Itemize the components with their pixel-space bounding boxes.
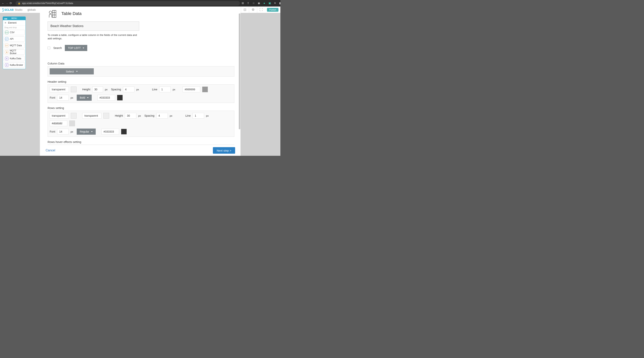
rows-line-input[interactable] <box>192 113 204 119</box>
px-unit: px <box>206 114 209 117</box>
sidebar-element-item[interactable]: ⚛ Element <box>3 20 26 26</box>
spacing-label: Spacing <box>111 88 121 91</box>
column-data-panel: Select <box>48 66 234 77</box>
rows-font-color-input[interactable] <box>102 129 119 135</box>
grammarly-ext-icon[interactable]: ● <box>262 2 266 5</box>
extensions-puzzle-icon[interactable]: ✦ <box>273 2 277 5</box>
header-setting-panel: Height px Spacing px Line px Font px Bo <box>48 84 234 103</box>
search-checkbox[interactable] <box>48 47 50 49</box>
modal-scrollbar[interactable] <box>238 14 240 145</box>
publish-button[interactable]: Publish <box>267 8 278 12</box>
header-bg-input[interactable] <box>50 87 69 92</box>
rows-bg1-swatch[interactable] <box>71 113 76 119</box>
px-unit: px <box>136 88 139 91</box>
rows-weight-value: Regular <box>80 130 89 133</box>
rows-setting-label: Rows setting <box>48 106 234 110</box>
translate-icon[interactable]: ⊞ <box>241 2 244 5</box>
breadcrumb[interactable]: globalc <box>28 8 36 11</box>
rows-setting-panel: Height px Spacing px Line px Font px Re <box>48 111 234 137</box>
bookmark-star-icon[interactable]: ☆ <box>252 2 255 5</box>
line-label: Line <box>152 88 157 91</box>
header-height-input[interactable] <box>92 87 103 92</box>
table-name-value: Beach Weather Stations <box>50 24 84 28</box>
fullscreen-icon[interactable]: ⛶ <box>257 7 265 13</box>
position-value: TOP LEFT <box>68 47 80 50</box>
element-icon: ⚛ <box>4 22 6 24</box>
logo-sub-text: Studio <box>15 8 22 11</box>
rows-bg2-input[interactable] <box>82 113 102 119</box>
browser-reload-button[interactable]: ⟳ <box>10 2 12 5</box>
sidebar-mqtt-data[interactable]: IOTMQTT Data <box>4 43 25 48</box>
table-name-input[interactable]: Beach Weather Stations <box>48 22 139 31</box>
sidebar-menu-header[interactable]: ◀◀ MENU <box>3 17 26 20</box>
rows-line-color-swatch[interactable] <box>69 121 75 126</box>
px-unit: px <box>105 88 108 91</box>
spacing-label: Spacing <box>144 114 154 117</box>
modal-hint: To create a table, configure a table col… <box>48 33 138 40</box>
header-font-weight-dropdown[interactable]: Bold <box>77 95 92 101</box>
height-label: Height <box>115 114 123 117</box>
rows-spacing-input[interactable] <box>156 113 168 119</box>
rows-bg1-input[interactable] <box>50 113 69 119</box>
header-line-color-swatch[interactable] <box>202 87 208 92</box>
header-font-color-input[interactable] <box>98 95 115 101</box>
browser-back-button[interactable]: ← <box>2 2 4 5</box>
sidebar-element-label: Element <box>8 22 16 24</box>
px-unit: px <box>70 96 73 99</box>
header-font-color-swatch[interactable] <box>117 95 123 101</box>
sidebar-collapse-icon[interactable]: ◀◀ <box>4 17 7 21</box>
rows-line-color-input[interactable] <box>50 121 67 126</box>
settings-gear-icon[interactable]: ⚙ <box>249 7 257 13</box>
rows-font-weight-dropdown[interactable]: Regular <box>77 129 96 135</box>
app-logo[interactable]: ⟆ SCLAB Studio <box>0 8 25 12</box>
sidebar-mqtt-broker[interactable]: ◉MQTT Broker <box>4 49 25 55</box>
caret-down-icon <box>91 131 93 132</box>
rows-bg2-swatch[interactable] <box>103 113 109 119</box>
table-data-hero-icon <box>48 9 58 19</box>
header-line-color-input[interactable] <box>182 87 200 92</box>
lock-icon: 🔒 <box>18 2 20 5</box>
header-line-input[interactable] <box>159 87 171 92</box>
browser-forward-button[interactable]: → <box>6 2 8 5</box>
sidebar-csv[interactable]: CSVCSV <box>4 30 25 35</box>
browser-chrome: ← → ⟳ 🔒 app.sclab.io/editor/site/Tk4xHRq… <box>0 0 280 7</box>
logo-mark-icon: ⟆ <box>2 8 4 12</box>
drag-and-drop-label: Drag and drop <box>3 26 26 29</box>
font-label: Font <box>50 96 55 99</box>
column-data-label: Column Data <box>48 62 234 65</box>
header-bg-swatch[interactable] <box>71 87 76 92</box>
mqtt-broker-icon: ◉ <box>5 50 8 54</box>
address-bar[interactable]: 🔒 app.sclab.io/editor/site/Tk4xHRqCxtzvw… <box>16 1 240 6</box>
cancel-button[interactable]: Cancel <box>46 149 55 152</box>
sidepanel-icon[interactable]: ◧ <box>279 2 280 5</box>
modal-title: Table Data <box>61 11 82 16</box>
sidebar-kafka-broker[interactable]: ⦿Kafka Broker <box>4 62 25 68</box>
sidebar: ◀◀ MENU ⚛ Element Drag and drop CSVCSV A… <box>3 17 26 69</box>
scroll-thumb[interactable] <box>239 14 240 129</box>
sidebar-api[interactable]: APIAPI <box>4 36 25 42</box>
modal-footer: Cancel Next step > <box>40 145 240 156</box>
rows-font-color-swatch[interactable] <box>121 129 127 135</box>
rows-font-input[interactable] <box>57 129 69 135</box>
position-dropdown[interactable]: TOP LEFT <box>65 45 87 51</box>
next-step-button[interactable]: Next step > <box>213 147 235 154</box>
lock-tool-icon[interactable]: ⊡ <box>241 7 249 13</box>
sidebar-kafka-data[interactable]: ⦿Kafka Data <box>4 56 25 61</box>
caret-down-icon <box>87 97 88 98</box>
url-text: app.sclab.io/editor/site/Tk4xHRqCxtzvwPY… <box>22 2 73 5</box>
rows-height-input[interactable] <box>125 113 136 119</box>
camera-ext-icon[interactable]: ◉ <box>257 2 261 5</box>
logo-main-text: SCLAB <box>4 8 14 11</box>
header-spacing-input[interactable] <box>123 87 134 92</box>
header-setting-label: Header setting <box>48 80 234 83</box>
px-unit: px <box>170 114 172 117</box>
api-icon: API <box>5 37 8 41</box>
share-icon[interactable]: ⇪ <box>246 2 250 5</box>
column-select-dropdown[interactable]: Select <box>50 68 94 75</box>
caret-down-icon <box>83 48 84 49</box>
font-label: Font <box>50 130 55 133</box>
sidebar-menu-label: MENU <box>11 17 17 19</box>
ext-icon-2[interactable]: ▣ <box>268 2 271 5</box>
header-font-input[interactable] <box>57 95 69 101</box>
kafka-broker-icon: ⦿ <box>5 63 8 67</box>
